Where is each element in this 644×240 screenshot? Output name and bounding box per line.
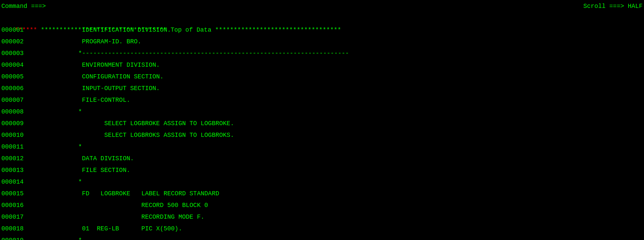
line-code: * — [41, 234, 82, 240]
table-row: 000010 SELECT LOGBROKS ASSIGN TO LOGBROK… — [0, 129, 644, 141]
top-of-data-text: Top of Data — [171, 26, 211, 33]
table-row: 000013 FILE SECTION. — [0, 164, 644, 176]
line-number: 000009 — [0, 118, 41, 129]
line-number: 000012 — [0, 153, 41, 164]
table-row: 000007 FILE-CONTROL. — [0, 94, 644, 106]
line-number: 000010 — [0, 129, 41, 141]
command-label: Command ===> — [1, 3, 46, 10]
line-code: * — [41, 106, 82, 118]
line-code: * — [41, 176, 82, 188]
line-number: 000013 — [0, 164, 41, 176]
line-number: 000002 — [0, 36, 41, 47]
line-number: 000005 — [0, 71, 41, 83]
line-number: 000003 — [0, 47, 41, 59]
line-code: RECORDING MODE F. — [41, 211, 204, 223]
line-code: 01 REG-LB PIC X(500). — [41, 223, 182, 234]
line-code: *---------------------------------------… — [41, 47, 349, 59]
table-row: 000011 * — [0, 141, 644, 153]
line-code: FILE SECTION. — [41, 164, 130, 176]
line-number: 000004 — [0, 59, 41, 71]
line-code: * — [41, 141, 82, 153]
table-row: 000018 01 REG-LB PIC X(500). — [0, 223, 644, 234]
table-row: 000004 ENVIRONMENT DIVISION. — [0, 59, 644, 71]
line-number: 000007 — [0, 94, 41, 106]
line-code: SELECT LOGBROKS ASSIGN TO LOGBROKS. — [41, 129, 234, 141]
line-code: SELECT LOGBROKE ASSIGN TO LOGBROKE. — [41, 118, 234, 129]
line-number: 000019 — [0, 234, 41, 240]
terminal-screen: Command ===> Scroll ===> HALF ****** ***… — [0, 0, 644, 240]
line-number: 000018 — [0, 223, 41, 234]
line-code: ENVIRONMENT DIVISION. — [41, 59, 160, 71]
table-row: 000003 *--------------------------------… — [0, 47, 644, 59]
line-number: 000014 — [0, 176, 41, 188]
command-line: Command ===> Scroll ===> HALF — [0, 0, 644, 12]
line-number: 000017 — [0, 211, 41, 223]
table-row: 000019 * — [0, 234, 644, 240]
line-number: 000008 — [0, 106, 41, 118]
table-row: 000014 * — [0, 176, 644, 188]
line-number: 000016 — [0, 199, 41, 211]
top-of-data-row: ****** *********************************… — [0, 12, 644, 24]
table-row: 000005 CONFIGURATION SECTION. — [0, 71, 644, 83]
table-row: 000002 PROGRAM-ID. BRO. — [0, 36, 644, 47]
table-row: 000008 * — [0, 106, 644, 118]
line-number: 000011 — [0, 141, 41, 153]
table-row: 000017 RECORDING MODE F. — [0, 211, 644, 223]
table-row: 000009 SELECT LOGBROKE ASSIGN TO LOGBROK… — [0, 118, 644, 129]
line-code: INPUT-OUTPUT SECTION. — [41, 83, 160, 94]
table-row: 000016 RECORD 500 BLOCK 0 — [0, 199, 644, 211]
line-code: FD LOGBROKE LABEL RECORD STANDARD — [41, 188, 219, 199]
table-row: 000006 INPUT-OUTPUT SECTION. — [0, 83, 644, 94]
table-row: 000015 FD LOGBROKE LABEL RECORD STANDARD — [0, 188, 644, 199]
line-code: CONFIGURATION SECTION. — [41, 71, 163, 83]
line-code: FILE-CONTROL. — [41, 94, 130, 106]
table-row: 000012 DATA DIVISION. — [0, 153, 644, 164]
line-number: 000001 — [0, 24, 41, 36]
line-number: 000015 — [0, 188, 41, 199]
top-data-stars-right: ********************************** — [211, 26, 341, 33]
code-lines: 000001 IDENTIFICATION DIVISION.000002 PR… — [0, 24, 644, 240]
line-code: RECORD 500 BLOCK 0 — [41, 199, 208, 211]
line-code: IDENTIFICATION DIVISION. — [41, 24, 171, 36]
scroll-label: Scroll ===> HALF — [583, 3, 643, 10]
line-code: DATA DIVISION. — [41, 153, 134, 164]
line-number: 000006 — [0, 83, 41, 94]
line-code: PROGRAM-ID. BRO. — [41, 36, 141, 47]
